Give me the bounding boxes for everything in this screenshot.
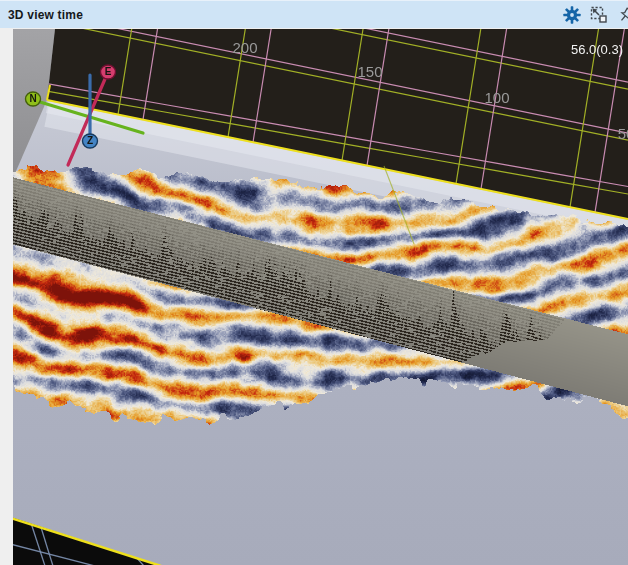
panel-header[interactable]: 3D view time — [0, 0, 628, 28]
panel-header-icons — [563, 6, 628, 24]
slice-position-label: 56.0(0.3) — [571, 42, 623, 57]
3d-viewport[interactable]: 20015010050 56.0(0.3) NEZ — [13, 29, 628, 565]
3d-scene-canvas[interactable] — [13, 29, 628, 565]
panel-title: 3D view time — [0, 8, 83, 22]
3d-view-panel: 3D view time — [0, 0, 628, 565]
pin-icon[interactable] — [617, 6, 628, 24]
grab-frame-icon[interactable] — [590, 6, 608, 24]
settings-gear-icon[interactable] — [563, 6, 581, 24]
